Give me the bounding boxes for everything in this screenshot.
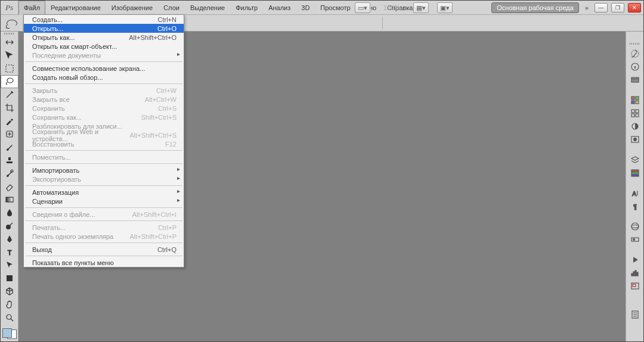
- file-menu-item[interactable]: ЗакрытьCtrl+W: [24, 86, 184, 95]
- screen-mode-button[interactable]: ▦▾: [413, 2, 429, 13]
- file-menu-item[interactable]: Экспортировать: [24, 175, 184, 184]
- swatches-panel-icon[interactable]: [626, 94, 644, 107]
- actions-panel-icon[interactable]: [626, 253, 644, 266]
- file-menu-item[interactable]: Закрыть всеAlt+Ctrl+W: [24, 95, 184, 104]
- menu-просмотр[interactable]: Просмотр: [315, 1, 355, 15]
- svg-rect-45: [635, 271, 636, 276]
- character-panel-icon[interactable]: A: [626, 186, 644, 200]
- file-menu-item[interactable]: Открыть как...Alt+Shift+Ctrl+O: [24, 33, 184, 42]
- menu-анализ[interactable]: Анализ: [263, 1, 296, 15]
- menu-фильтр[interactable]: Фильтр: [230, 1, 263, 15]
- panel-dock-grip[interactable]: [626, 40, 644, 47]
- file-menu-item[interactable]: СохранитьCtrl+S: [24, 104, 184, 113]
- pen-tool-icon[interactable]: [1, 232, 18, 245]
- file-menu-item[interactable]: Последние документы: [24, 51, 184, 60]
- menu-файл[interactable]: Файл: [18, 1, 45, 15]
- 3d-panel-icon[interactable]: [626, 220, 644, 233]
- layers-panel-icon[interactable]: [626, 153, 644, 166]
- double-arrow-icon[interactable]: [1, 36, 18, 49]
- gradient-tool-icon[interactable]: [1, 193, 18, 206]
- histogram-panel-icon[interactable]: [626, 266, 644, 279]
- shape-tool-icon[interactable]: [1, 272, 18, 285]
- file-menu-item[interactable]: Открыть как смарт-объект...: [24, 42, 184, 51]
- blur-tool-icon[interactable]: [1, 206, 18, 219]
- file-menu-item[interactable]: Совместное использование экрана...: [24, 64, 184, 73]
- menu-separator: [25, 220, 182, 221]
- brush-preset-icon[interactable]: [626, 47, 644, 60]
- file-menu-item[interactable]: ВосстановитьF12: [24, 139, 184, 148]
- hand-tool-icon[interactable]: [1, 298, 18, 311]
- menu-separator: [25, 163, 182, 164]
- file-menu-item[interactable]: Печать одного экземпляраAlt+Shift+Ctrl+P: [24, 232, 184, 241]
- 3d-tool-icon[interactable]: [1, 285, 18, 298]
- healing-brush-icon[interactable]: [1, 128, 18, 141]
- window-minimize-button[interactable]: —: [595, 3, 608, 13]
- file-menu-item[interactable]: Сведения о файле...Alt+Shift+Ctrl+I: [24, 210, 184, 219]
- zoom-tool-icon[interactable]: [1, 311, 18, 324]
- file-menu-item[interactable]: Сохранить для Web и устройств...Alt+Shif…: [24, 130, 184, 139]
- marquee-tool-icon[interactable]: [1, 62, 18, 75]
- window-maximize-button[interactable]: ❐: [611, 3, 624, 13]
- path-select-icon[interactable]: [1, 259, 18, 272]
- navigator-panel-icon[interactable]: [626, 279, 644, 293]
- menu-изображение[interactable]: Изображение: [106, 1, 158, 15]
- eraser-tool-icon[interactable]: [1, 180, 18, 193]
- svg-rect-13: [6, 197, 13, 202]
- file-menu-item[interactable]: Открыть...Ctrl+O: [24, 24, 184, 33]
- svg-point-10: [11, 92, 13, 93]
- extras-button[interactable]: ▣▾: [437, 2, 453, 13]
- overflow-chevrons-icon[interactable]: »: [583, 4, 591, 11]
- paragraph-panel-icon[interactable]: ¶: [626, 200, 644, 213]
- menu-item-label: Сохранить как...: [32, 114, 82, 121]
- menu-выделение[interactable]: Выделение: [185, 1, 230, 15]
- brush-tool-icon[interactable]: [1, 141, 18, 154]
- history-brush-icon[interactable]: [1, 167, 18, 180]
- file-menu-item[interactable]: Сценарии: [24, 197, 184, 206]
- menu-item-shortcut: Ctrl+S: [158, 105, 177, 112]
- workspace-switcher[interactable]: Основная рабочая среда: [491, 2, 579, 13]
- crop-tool-icon[interactable]: [1, 101, 18, 114]
- menubar-center-controls: ▭▾ 100% ▦▾ ▣▾: [355, 1, 453, 15]
- type-tool-icon[interactable]: T: [1, 245, 18, 259]
- dodge-tool-icon[interactable]: [1, 219, 18, 232]
- file-menu-item[interactable]: Сохранить как...Shift+Ctrl+S: [24, 113, 184, 122]
- svg-rect-30: [636, 114, 639, 117]
- info-panel-icon[interactable]: [626, 60, 644, 73]
- stamp-tool-icon[interactable]: [1, 154, 18, 167]
- menu-item-label: Показать все пункты меню: [32, 259, 114, 266]
- file-menu-item[interactable]: Автоматизация: [24, 188, 184, 197]
- svg-point-9: [7, 78, 13, 83]
- panel-dock: A¶: [626, 32, 643, 341]
- styles-panel-icon[interactable]: [626, 107, 644, 120]
- svg-rect-21: [631, 79, 639, 82]
- file-menu-item[interactable]: Создать...Ctrl+N: [24, 15, 184, 24]
- measurement-icon[interactable]: [626, 233, 644, 246]
- masks-panel-icon[interactable]: [626, 133, 644, 146]
- menu-separator: [25, 83, 182, 84]
- adjustments-panel-icon[interactable]: [626, 120, 644, 133]
- file-menu-item[interactable]: Создать новый обзор...: [24, 73, 184, 82]
- eyedropper-tool-icon[interactable]: [1, 114, 18, 128]
- window-close-button[interactable]: ✕: [628, 3, 641, 13]
- file-menu-item[interactable]: Поместить...: [24, 153, 184, 161]
- channels-panel-icon[interactable]: [626, 166, 644, 179]
- tool-presets-icon[interactable]: [626, 308, 644, 321]
- toolbox-grip[interactable]: [1, 32, 18, 36]
- file-menu-item[interactable]: Импортировать: [24, 166, 184, 175]
- menu-3d[interactable]: 3D: [296, 1, 315, 15]
- move-tool-icon[interactable]: [1, 49, 18, 62]
- current-tool-indicator[interactable]: [1, 15, 23, 32]
- svg-rect-29: [631, 114, 634, 117]
- arrange-documents-button[interactable]: ▭▾: [355, 2, 370, 13]
- svg-rect-27: [631, 110, 634, 113]
- menu-редактирование[interactable]: Редактирование: [45, 1, 106, 15]
- wand-tool-icon[interactable]: [1, 88, 18, 101]
- file-menu-item[interactable]: Печатать...Ctrl+P: [24, 223, 184, 232]
- color-swatches[interactable]: [2, 328, 17, 339]
- lasso-tool-icon[interactable]: [1, 75, 18, 88]
- file-menu-item[interactable]: ВыходCtrl+Q: [24, 245, 184, 254]
- color-panel-icon[interactable]: [626, 73, 644, 86]
- file-menu-item[interactable]: Показать все пункты меню: [24, 258, 184, 267]
- menu-слои[interactable]: Слои: [158, 1, 185, 15]
- foreground-color-swatch[interactable]: [2, 328, 12, 338]
